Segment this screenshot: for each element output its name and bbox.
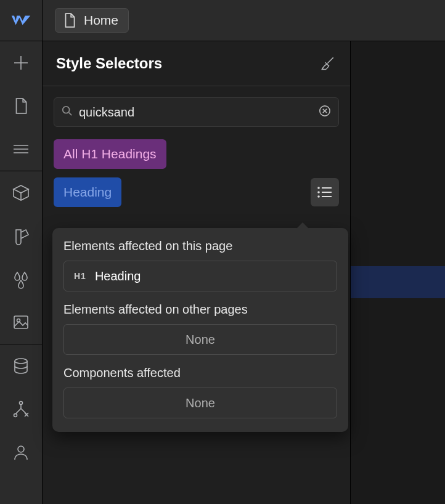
tag-label: Heading bbox=[63, 185, 112, 200]
cleanup-icon[interactable] bbox=[319, 55, 337, 72]
canvas-selection-strip bbox=[351, 266, 445, 298]
tag-label: All H1 Headings bbox=[63, 147, 157, 161]
svg-point-6 bbox=[63, 107, 70, 113]
svg-point-5 bbox=[18, 446, 24, 452]
breadcrumb-home[interactable]: Home bbox=[55, 8, 129, 33]
swatch-icon bbox=[11, 226, 31, 246]
nav-logic[interactable] bbox=[0, 388, 42, 431]
side-nav bbox=[0, 41, 43, 504]
popover-section-label: Components affected bbox=[63, 366, 337, 380]
page-icon bbox=[12, 97, 30, 115]
panel-header: Style Selectors bbox=[43, 41, 350, 86]
global-selector-tag[interactable]: All H1 Headings bbox=[54, 139, 166, 169]
search-value: quicksand bbox=[79, 105, 319, 120]
breadcrumb-area: Home bbox=[43, 8, 129, 33]
nav-pages[interactable] bbox=[0, 84, 42, 128]
branch-icon bbox=[11, 399, 31, 419]
nav-styles[interactable] bbox=[0, 258, 42, 301]
none-label: None bbox=[186, 333, 215, 347]
nav-users[interactable] bbox=[0, 431, 42, 474]
clear-search-button[interactable] bbox=[319, 105, 331, 120]
svg-rect-0 bbox=[14, 316, 28, 328]
droplets-icon bbox=[11, 269, 31, 289]
search-icon bbox=[62, 105, 73, 119]
svg-point-2 bbox=[15, 359, 27, 364]
element-name: Heading bbox=[95, 269, 141, 283]
none-label: None bbox=[186, 396, 215, 410]
database-icon bbox=[11, 356, 31, 376]
affected-elements-popover: Elements affected on this page H1 Headin… bbox=[52, 228, 348, 432]
nav-cms[interactable] bbox=[0, 344, 42, 388]
cube-icon bbox=[11, 183, 31, 203]
affected-components-box: None bbox=[63, 388, 337, 418]
app-logo[interactable] bbox=[0, 0, 43, 41]
element-type-badge: H1 bbox=[74, 271, 86, 281]
page-icon bbox=[63, 12, 76, 28]
panel-title: Style Selectors bbox=[56, 55, 162, 72]
navigator-icon bbox=[11, 139, 31, 159]
plus-icon bbox=[11, 53, 31, 73]
svg-point-9 bbox=[317, 191, 320, 193]
popover-section-label: Elements affected on other pages bbox=[63, 303, 337, 317]
webflow-logo-icon bbox=[10, 14, 31, 27]
search-input[interactable]: quicksand bbox=[54, 97, 339, 127]
selector-list: All H1 Headings Heading bbox=[54, 139, 339, 207]
nav-navigator[interactable] bbox=[0, 128, 42, 171]
panel-body: quicksand All H1 Headings Heading bbox=[43, 86, 350, 218]
affected-elements-button[interactable] bbox=[311, 178, 339, 206]
class-selector-tag[interactable]: Heading bbox=[54, 177, 121, 207]
affected-element-row[interactable]: H1 Heading bbox=[63, 261, 337, 291]
image-icon bbox=[11, 312, 31, 332]
topbar: Home bbox=[0, 0, 445, 41]
svg-point-3 bbox=[20, 402, 23, 405]
nav-assets[interactable] bbox=[0, 301, 42, 344]
nav-add[interactable] bbox=[0, 41, 42, 84]
affected-other-pages-box: None bbox=[63, 324, 337, 355]
nav-variables[interactable] bbox=[0, 214, 42, 258]
svg-point-10 bbox=[317, 195, 320, 198]
user-icon bbox=[11, 442, 31, 462]
svg-point-8 bbox=[317, 187, 320, 189]
list-icon bbox=[317, 185, 333, 199]
breadcrumb-label: Home bbox=[84, 13, 118, 28]
svg-point-4 bbox=[14, 414, 17, 417]
nav-components[interactable] bbox=[0, 171, 42, 214]
popover-section-label: Elements affected on this page bbox=[63, 239, 337, 253]
